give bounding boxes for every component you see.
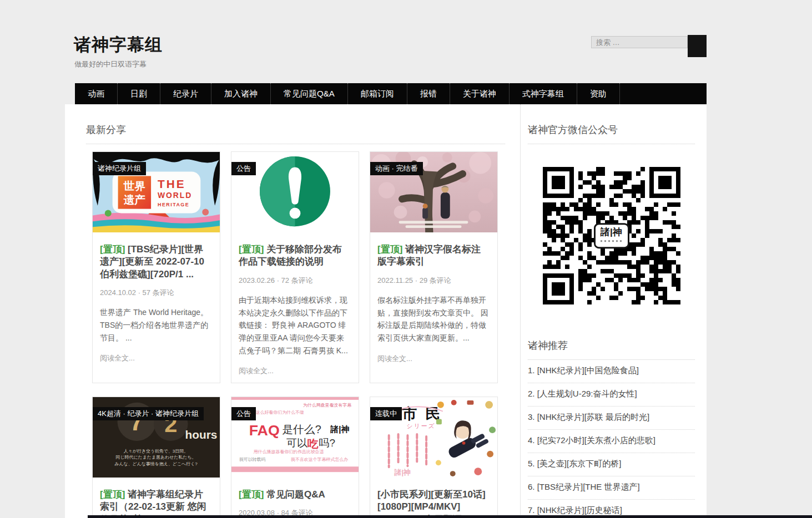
search-input[interactable] [591,36,688,48]
thumb-text-s4: 我可以转载吗 [239,457,266,462]
latest-posts-heading: 最新分享 [86,123,505,144]
thumb-text-s3: 用什么播放器看你们的作品比较合适 [254,449,324,454]
post-body: [置顶] 诸神字幕组纪录片索引（22-02-13更新 悠闲的品茶时间） [93,478,220,518]
thumb-text-en2: WORLD [158,191,192,200]
post-body: [小市民系列][更新至10话][1080P][MP4/MKV][WEBRIP][… [370,478,497,518]
post-title[interactable]: [置顶] 诸神字幕组纪录片索引（22-02-13更新 悠闲的品茶时间） [100,489,213,518]
post-excerpt: 假名标注版外挂字幕不再单独开贴，直接附到发布文章页中。 因标注版是后期陆续补做的… [377,294,490,344]
post-body: [置顶] [TBS纪录片][世界遗产][更新至 2022-07-10 伯利兹堡礁… [93,232,220,363]
wechat-heading: 诸神官方微信公众号 [528,123,695,144]
post-category-badge: 诸神纪录片组 [93,162,146,175]
post-title[interactable]: [小市民系列][更新至10话][1080P][MP4/MKV][WEBRIP][… [377,489,490,518]
main-nav: 动画 日剧 纪录片 加入诸神 常见问题Q&A 邮箱订阅 报错 关于诸神 式神字幕… [75,83,707,104]
post-excerpt: 由于近期本站接到维权诉求，现本站决定永久删除以下作品的下载链接： 野良神 ARA… [239,294,351,357]
post-category-badge: 连载中 [370,407,402,420]
read-more-link[interactable]: 阅读全文... [100,353,213,363]
thumb-text-t2: シリーズ [406,423,435,429]
nav-item-about[interactable]: 关于诸神 [450,83,510,104]
post-category-badge: 公告 [231,162,256,175]
nav-item-faq[interactable]: 常见问题Q&A [271,83,348,104]
thumb-text-cn2: 遗产 [124,194,146,206]
thumb-text-en1: THE [158,177,186,190]
sidebar: 诸神官方微信公众号 諸|神 诸神推荐 1. [NHK纪录片][中国危险食品] 2… [520,104,707,518]
qr-center-logo: 諸|神 [594,223,629,248]
thumb-text-q1: 是什么? [282,423,321,435]
post-grid: 诸神纪录片组 [92,151,505,518]
post-body: [置顶] 诸神汉字假名标注版字幕索引 2022.11.25 · 29 条评论 假… [370,232,497,364]
thumb-text-cn1: 世界 [123,180,146,192]
pinned-label: [置顶] [377,244,402,255]
thumb-text-s1: 为什么网盘里看没有字幕 [303,403,351,408]
read-more-link[interactable]: 阅读全文... [377,354,490,364]
pinned-label: [置顶] [100,489,125,500]
thumb-text-en3: HERITAGE [158,202,189,207]
thumb-text-logo-pink: 諸|神 [394,468,411,476]
recommend-list: 1. [NHK纪录片][中国危险食品] 2. [人生规划U-29:奋斗的女性] … [528,360,695,518]
recommend-item[interactable]: 3. [NHK纪录片][苏联 最后的时光] [528,407,695,430]
wechat-qr: 諸|神 [539,164,684,308]
post-category-badge: 公告 [231,407,256,420]
search-button[interactable] [688,35,707,57]
thumb-text-jp3: みんな、どんな事情を抱え、どこへ行く? [114,461,198,466]
nav-item-shikigami-group[interactable]: 式神字幕组 [510,83,577,104]
qr-logo-subtext-decoration [601,240,623,242]
latest-posts-column: 最新分享 诸神纪录片组 [65,104,505,518]
post-title[interactable]: [置顶] 关于移除部分发布作品下载链接的说明 [239,243,351,268]
post-excerpt: 世界遗产 The World Heritage。TBS的一档介绍各地世界遗产的节… [100,306,213,344]
recommend-item[interactable]: 5. [美之壶][东京下町的桥] [528,453,695,476]
post-card: 公告 为什么网盘里看没有字幕 这部动画这么好看你们为什么不做 FAQ 是什么? … [231,397,359,518]
nav-item-report-error[interactable]: 报错 [407,83,450,104]
read-more-link[interactable]: 阅读全文... [239,366,351,376]
pinned-label: [置顶] [100,244,125,255]
thumb-text-faq: FAQ [249,422,280,439]
nav-item-documentary[interactable]: 纪录片 [160,83,211,104]
post-card: 公告 [置顶] 关于移除部分发布作品下载链接的说明 2023.02.26 · 7… [231,151,359,383]
post-meta: 2023.02.26 · 72 条评论 [239,276,351,286]
nav-item-donate[interactable]: 资助 [577,83,620,104]
thumb-text-q2c: 吗? [319,437,335,449]
thumb-text-jp1: 人々が行き交う街角で、3日間。 [123,449,188,454]
post-body: [置顶] 常见问题Q&A 2020.03.08 · 84 条评论 [231,478,359,518]
thumb-text-logo: 諸|神 [330,425,349,434]
site-title[interactable]: 诸神字幕组 [74,33,163,57]
pinned-label: [置顶] [239,489,264,500]
post-card: 动画 · 完结番 [370,151,498,383]
post-body: [置顶] 关于移除部分发布作品下载链接的说明 2023.02.26 · 72 条… [231,232,359,376]
nav-item-anime[interactable]: 动画 [75,83,118,104]
main-container: 最新分享 诸神纪录片组 [65,104,707,518]
thumb-text-q2a: 可以 [286,437,307,449]
thumb-text-hours: hours [185,428,218,441]
thumb-text-s5: 我不喜欢这个字幕样式怎么办 [291,457,348,462]
thumb-text-q2b: 吃 [307,438,319,450]
recommend-item[interactable]: 2. [人生规划U-29:奋斗的女性] [528,383,695,407]
nav-item-mail-subscribe[interactable]: 邮箱订阅 [348,83,407,104]
nav-item-join[interactable]: 加入诸神 [211,83,271,104]
recommend-item[interactable]: 6. [TBS纪录片][THE 世界遗产] [528,476,695,500]
bottom-overlay-bar [88,515,812,518]
search-bar [591,35,707,57]
post-category-badge: 4K超清 · 纪录片 · 诸神纪录片组 [93,407,204,420]
post-meta: 2024.10.02 · 57 条评论 [100,288,213,298]
post-meta: 2022.11.25 · 29 条评论 [377,276,490,286]
nav-item-jdrama[interactable]: 日剧 [118,83,160,104]
post-title[interactable]: [置顶] [TBS纪录片][世界遗产][更新至 2022-07-10 伯利兹堡礁… [100,243,213,281]
post-card: 连载中 市 民 シリーズ [370,397,498,518]
thumb-text-jp2: 同じ時代にたまたま居あわせた私たち。 [116,455,196,460]
post-card: 诸神纪录片组 [92,151,220,383]
recommend-heading: 诸神推荐 [528,339,695,360]
pinned-label: [置顶] [239,244,264,255]
post-title[interactable]: [置顶] 常见问题Q&A [239,489,351,501]
post-category-badge: 动画 · 完结番 [370,162,423,175]
recommend-item[interactable]: 1. [NHK纪录片][中国危险食品] [528,360,695,383]
site-tagline: 做最好的中日双语字幕 [74,59,147,69]
post-title[interactable]: [置顶] 诸神汉字假名标注版字幕索引 [377,243,490,268]
post-card: 4K超清 · 纪录片 · 诸神纪录片组 7 2 hours 人々が行き交う街角で… [92,397,220,518]
recommend-item[interactable]: 4. [纪实72小时][关东煮小店的悲歌] [528,430,695,453]
